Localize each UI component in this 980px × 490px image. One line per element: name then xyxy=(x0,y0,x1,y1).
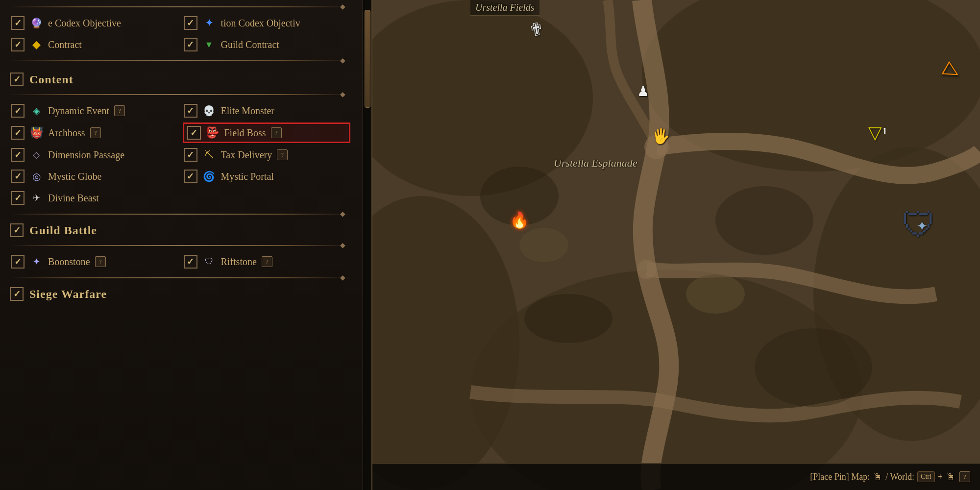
content-items: ◈ Dynamic Event ? 💀 Elite Monster 👹 Arch… xyxy=(10,99,350,210)
guild-battle-items: ✦ Boonstone ? 🛡 Riftstone ? xyxy=(10,250,350,273)
list-item[interactable]: ✦ tion Codex Objectiv xyxy=(183,13,351,33)
list-item[interactable]: ▼ Guild Contract xyxy=(183,35,351,54)
mystic-portal-icon: 🌀 xyxy=(201,169,217,184)
svg-point-9 xyxy=(715,186,813,255)
boonstone-help[interactable]: ? xyxy=(95,256,106,267)
targets-items: 🔮 e Codex Objective ✦ tion Codex Objecti… xyxy=(10,11,350,56)
mystic-globe-icon: ◎ xyxy=(28,169,44,184)
targets-divider xyxy=(10,6,350,7)
checkbox-divine-beast[interactable] xyxy=(11,191,24,205)
checkbox-riftstone[interactable] xyxy=(184,255,197,269)
boonstone-label: Boonstone xyxy=(48,256,90,268)
dimension-passage-label: Dimension Passage xyxy=(48,149,124,161)
divider2 xyxy=(10,60,350,61)
siege-warfare-header: Siege Warfare xyxy=(10,282,350,305)
action-codex-label: tion Codex Objectiv xyxy=(221,18,300,29)
riftstone-label: Riftstone xyxy=(221,256,257,268)
scrollbar[interactable] xyxy=(363,0,371,490)
field-boss-help[interactable]: ? xyxy=(271,127,282,138)
list-item[interactable]: ◎ Mystic Globe xyxy=(10,167,178,186)
riftstone-help[interactable]: ? xyxy=(262,256,272,267)
siege-warfare-label: Siege Warfare xyxy=(29,288,107,301)
mouse-icon: 🖱 xyxy=(873,471,882,483)
map-icon-triangle[interactable]: ▽ xyxy=(868,122,882,143)
list-item[interactable]: ✦ Boonstone ? xyxy=(10,252,178,271)
list-item[interactable]: 🌀 Mystic Portal xyxy=(183,167,351,186)
map-icon-figure3[interactable]: 🖐 xyxy=(652,127,670,145)
map-background: Urstella Fields Urstella Esplanade ✟ ♟ 🖐… xyxy=(372,0,980,490)
checkbox-guild-battle[interactable] xyxy=(10,223,24,237)
bottom-help-icon[interactable]: ? xyxy=(959,471,970,482)
tax-delivery-icon: ⛏ xyxy=(201,147,217,163)
list-item[interactable]: ◆ Contract xyxy=(10,35,178,54)
list-item[interactable]: 👹 Archboss ? xyxy=(10,122,178,143)
dimension-passage-icon: ◇ xyxy=(28,147,44,163)
field-boss-icon: 👺 xyxy=(205,125,220,141)
checkbox-archboss[interactable] xyxy=(11,126,24,140)
checkbox-content[interactable] xyxy=(10,73,24,86)
list-item[interactable]: ✈ Divine Beast xyxy=(10,188,178,208)
list-item[interactable]: 🔮 e Codex Objective xyxy=(10,13,178,33)
checkbox-dimension-passage[interactable] xyxy=(11,148,24,162)
checkbox-tax-delivery[interactable] xyxy=(184,148,197,162)
guild-battle-divider-top xyxy=(10,214,350,215)
targets-section: 🔮 e Codex Objective ✦ tion Codex Objecti… xyxy=(10,0,350,68)
boonstone-icon: ✦ xyxy=(28,254,44,270)
tax-delivery-help[interactable]: ? xyxy=(277,149,288,160)
scrollbar-thumb[interactable] xyxy=(365,10,370,108)
list-item[interactable]: 🛡 Riftstone ? xyxy=(183,252,351,271)
content-label: Content xyxy=(29,73,74,86)
ctrl-key: Ctrl xyxy=(917,471,935,482)
map-icon-number1[interactable]: 1 xyxy=(882,126,887,137)
guild-contract-icon: ▼ xyxy=(201,37,217,52)
guild-contract-label: Guild Contract xyxy=(221,39,279,50)
map-icon-figure2[interactable]: ♟ xyxy=(637,83,649,99)
archboss-help[interactable]: ? xyxy=(90,127,101,138)
map-icon-shield-cross: ✦ xyxy=(916,218,928,234)
dynamic-event-help[interactable]: ? xyxy=(114,105,125,116)
map-icon-campfire[interactable]: 🔥 xyxy=(510,211,529,229)
tax-delivery-label: Tax Delivery xyxy=(221,149,272,161)
mouse-icon2: 🖱 xyxy=(946,471,956,483)
checkbox-field-boss[interactable] xyxy=(187,126,201,140)
checkbox-codex-objective[interactable] xyxy=(11,16,24,30)
content-divider xyxy=(10,94,350,95)
place-pin-label: [Place Pin] Map: xyxy=(810,472,870,482)
checkbox-siege-warfare[interactable] xyxy=(10,287,24,301)
divine-beast-label: Divine Beast xyxy=(48,193,99,204)
contract-icon: ◆ xyxy=(28,37,44,52)
divine-beast-icon: ✈ xyxy=(28,190,44,206)
elite-monster-label: Elite Monster xyxy=(221,105,274,117)
map-terrain-svg xyxy=(372,0,980,490)
list-item[interactable]: 💀 Elite Monster xyxy=(183,101,351,121)
checkbox-mystic-portal[interactable] xyxy=(184,170,197,183)
checkbox-elite-monster[interactable] xyxy=(184,104,197,118)
codex-objective-icon: 🔮 xyxy=(28,15,44,31)
riftstone-icon: 🛡 xyxy=(201,254,217,270)
map-panel: Urstella Fields Urstella Esplanade ✟ ♟ 🖐… xyxy=(372,0,980,490)
bottom-bar: [Place Pin] Map: 🖱 / World: Ctrl + 🖱 ? xyxy=(372,463,980,490)
dynamic-event-icon: ◈ xyxy=(28,103,44,119)
checkbox-mystic-globe[interactable] xyxy=(11,170,24,183)
checkbox-dynamic-event[interactable] xyxy=(11,104,24,118)
checkbox-action-codex[interactable] xyxy=(184,16,197,30)
checkbox-guild-contract[interactable] xyxy=(184,38,197,51)
list-item[interactable]: ◇ Dimension Passage xyxy=(10,145,178,165)
archboss-label: Archboss xyxy=(48,127,85,139)
checkbox-contract[interactable] xyxy=(11,38,24,51)
field-boss-row[interactable]: 👺 Field Boss ? xyxy=(183,122,351,143)
contract-label: Contract xyxy=(48,39,82,50)
dynamic-event-label: Dynamic Event xyxy=(48,105,109,117)
siege-warfare-divider-top xyxy=(10,277,350,278)
plus-label: + xyxy=(938,472,943,482)
left-panel: 🔮 e Codex Objective ✦ tion Codex Objecti… xyxy=(0,0,372,490)
guild-battle-label: Guild Battle xyxy=(29,224,97,237)
checkbox-boonstone[interactable] xyxy=(11,255,24,269)
mystic-portal-label: Mystic Portal xyxy=(221,171,274,182)
list-item[interactable]: ⛏ Tax Delivery ? xyxy=(183,145,351,165)
codex-objective-label: e Codex Objective xyxy=(48,18,121,29)
list-item[interactable]: ◈ Dynamic Event ? xyxy=(10,101,178,121)
content-header: Content xyxy=(10,68,350,90)
svg-point-10 xyxy=(524,294,612,343)
svg-point-12 xyxy=(686,274,745,314)
